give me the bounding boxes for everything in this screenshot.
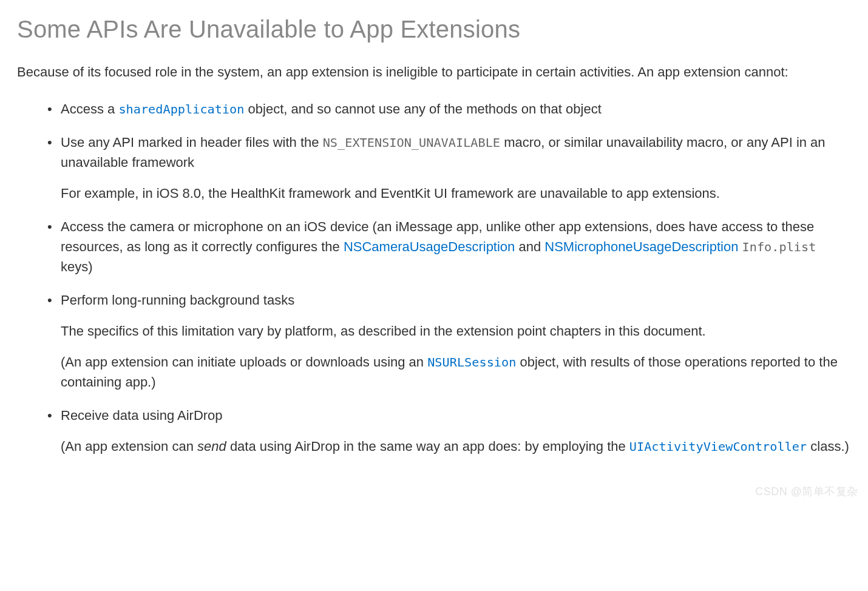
text-span: class.)	[807, 439, 849, 454]
link-nscamerausagedescription[interactable]: NSCameraUsageDescription	[344, 239, 515, 254]
text-span: object, and so cannot use any of the met…	[244, 101, 601, 117]
list-item: Perform long-running background tasks Th…	[61, 290, 851, 392]
list-text: Access the camera or microphone on an iO…	[61, 217, 851, 277]
text-span: keys)	[61, 259, 93, 274]
intro-paragraph: Because of its focused role in the syste…	[17, 62, 851, 82]
text-span: Use any API marked in header files with …	[61, 135, 323, 150]
list-subtext: The specifics of this limitation vary by…	[61, 321, 851, 341]
list-text: Access a sharedApplication object, and s…	[61, 99, 851, 119]
list-item: Use any API marked in header files with …	[61, 132, 851, 203]
code-uiactivityviewcontroller[interactable]: UIActivityViewController	[629, 439, 807, 454]
text-span: data using AirDrop in the same way an ap…	[226, 439, 629, 454]
text-span: (An app extension can	[61, 439, 197, 454]
restrictions-list: Access a sharedApplication object, and s…	[17, 99, 851, 456]
code-ns-extension-unavailable: NS_EXTENSION_UNAVAILABLE	[323, 135, 500, 150]
list-text: Receive data using AirDrop	[61, 405, 851, 425]
list-subtext: (An app extension can send data using Ai…	[61, 436, 851, 456]
list-text: Use any API marked in header files with …	[61, 132, 851, 172]
text-span: (An app extension can initiate uploads o…	[61, 354, 427, 370]
watermark: CSDN @简单不复杂	[755, 484, 858, 500]
page-title: Some APIs Are Unavailable to App Extensi…	[17, 15, 851, 44]
list-text: Perform long-running background tasks	[61, 290, 851, 310]
link-nsmicrophoneusagedescription[interactable]: NSMicrophoneUsageDescription	[544, 239, 738, 254]
text-span: Access a	[61, 101, 118, 117]
list-item: Access the camera or microphone on an iO…	[61, 217, 851, 277]
list-subtext: For example, in iOS 8.0, the HealthKit f…	[61, 183, 851, 203]
list-subtext: (An app extension can initiate uploads o…	[61, 352, 851, 392]
code-info-plist: Info.plist	[742, 240, 816, 254]
emphasis-send: send	[197, 439, 226, 454]
list-item: Access a sharedApplication object, and s…	[61, 99, 851, 119]
code-sharedapplication[interactable]: sharedApplication	[118, 102, 244, 117]
list-item: Receive data using AirDrop (An app exten…	[61, 405, 851, 456]
code-nsurlsession[interactable]: NSURLSession	[427, 355, 516, 370]
text-span: and	[515, 239, 544, 254]
